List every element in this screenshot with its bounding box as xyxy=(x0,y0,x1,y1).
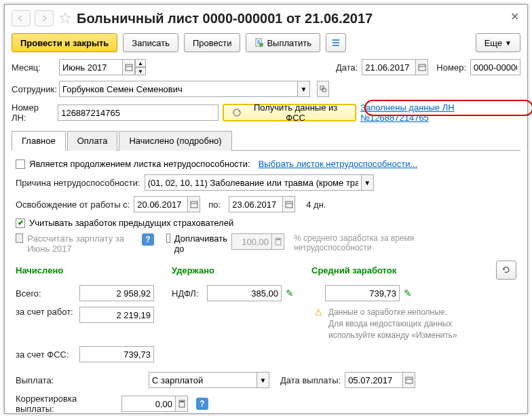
calendar-icon xyxy=(405,376,413,384)
employee-input[interactable] xyxy=(59,81,298,97)
calendar-icon xyxy=(285,200,293,208)
number-label: Номер: xyxy=(436,62,466,73)
release-from-calendar-button[interactable] xyxy=(188,196,200,212)
tab-main[interactable]: Главное xyxy=(12,131,66,151)
accrued-header: Начислено xyxy=(16,265,168,276)
to-label: по: xyxy=(208,200,221,210)
reason-input[interactable] xyxy=(145,174,362,191)
svg-rect-7 xyxy=(191,202,197,208)
withheld-header: Удержано xyxy=(172,265,307,276)
total-label: Всего: xyxy=(16,288,75,299)
release-to-calendar-button[interactable] xyxy=(283,196,295,212)
payout-date-calendar-button[interactable] xyxy=(403,372,415,388)
ln-label: Номер ЛН: xyxy=(12,102,54,123)
get-fss-data-button[interactable]: Получить данные из ФСС xyxy=(223,104,356,121)
avg-input[interactable] xyxy=(325,285,400,301)
svg-rect-10 xyxy=(276,239,280,240)
svg-rect-8 xyxy=(286,202,292,208)
payout-label: Выплата: xyxy=(16,375,145,385)
save-button[interactable]: Записать xyxy=(123,33,178,52)
arrow-right-icon xyxy=(40,15,48,22)
calendar-icon xyxy=(125,63,133,71)
help-button[interactable]: ? xyxy=(142,233,154,246)
svg-rect-13 xyxy=(180,401,184,402)
document-icon xyxy=(254,38,264,48)
payout-date-input[interactable] xyxy=(345,372,403,388)
ndfl-label: НДФЛ: xyxy=(172,288,203,299)
payout-input[interactable] xyxy=(149,372,257,388)
fss-cost-input[interactable] xyxy=(79,346,154,362)
list-button[interactable] xyxy=(326,33,346,52)
days-text: 4 дн. xyxy=(306,200,326,210)
warning-text: Данные о заработке неполные. Для ввода н… xyxy=(328,307,457,341)
arrow-left-icon xyxy=(17,15,25,22)
open-icon xyxy=(320,86,326,92)
pick-sheet-link[interactable]: Выбрать листок нетрудоспособности... xyxy=(259,159,418,169)
consider-prev-checkbox[interactable]: ✔ Учитывать заработок предыдущих страхов… xyxy=(16,218,233,228)
employer-label: за счет работ: xyxy=(16,307,75,317)
calculator-icon xyxy=(178,400,185,408)
employee-label: Сотрудник: xyxy=(12,84,55,94)
close-button[interactable]: ✕ xyxy=(510,10,519,23)
date-calendar-button[interactable] xyxy=(416,59,428,75)
warning-icon: ⚠ xyxy=(314,307,323,318)
payout-dropdown-button[interactable]: ▼ xyxy=(257,372,269,388)
window-title: Больничный лист 0000-000001 от 21.06.201… xyxy=(77,11,520,26)
fss-cost-label: за счет ФСС: xyxy=(16,349,75,360)
svg-rect-2 xyxy=(126,64,132,71)
month-calendar-button[interactable] xyxy=(123,59,135,75)
ndfl-edit-button[interactable]: ✎ xyxy=(286,288,294,299)
employer-input[interactable] xyxy=(79,307,154,323)
month-up-button[interactable]: ▲ xyxy=(135,59,146,67)
svg-rect-11 xyxy=(406,377,413,383)
svg-point-1 xyxy=(259,43,263,47)
release-from-label: Освобождение от работы с: xyxy=(16,200,130,210)
correction-calc-button[interactable] xyxy=(176,396,188,412)
reason-dropdown-button[interactable]: ▼ xyxy=(362,174,374,191)
correction-help-button[interactable]: ? xyxy=(196,398,208,410)
tab-detailed[interactable]: Начислено (подробно) xyxy=(119,131,231,151)
calc-salary-checkbox: Рассчитать зарплату за Июнь 2017 xyxy=(16,233,138,254)
nav-back-button[interactable] xyxy=(12,10,31,26)
list-icon xyxy=(331,38,341,48)
calculator-icon xyxy=(275,238,282,246)
favorite-star-icon[interactable] xyxy=(58,11,73,26)
date-label: Дата: xyxy=(336,62,358,73)
number-input[interactable] xyxy=(470,59,520,75)
avg-edit-button[interactable]: ✎ xyxy=(404,288,412,299)
continuation-checkbox[interactable]: Является продолжением листка нетрудоспос… xyxy=(16,159,250,169)
payout-date-label: Дата выплаты: xyxy=(280,375,341,385)
refresh-icon xyxy=(232,108,242,117)
month-label: Месяц: xyxy=(12,62,55,73)
ndfl-input[interactable] xyxy=(207,285,282,301)
submit-button[interactable]: Провести xyxy=(184,33,241,52)
release-from-input[interactable] xyxy=(134,196,188,212)
employee-open-button[interactable] xyxy=(317,81,329,97)
correction-input[interactable] xyxy=(121,396,176,412)
employee-dropdown-button[interactable]: ▼ xyxy=(298,81,310,97)
nav-forward-button[interactable] xyxy=(35,10,54,26)
calendar-icon xyxy=(418,63,426,71)
refresh-icon xyxy=(501,265,511,275)
pay-extra-calc-button xyxy=(272,233,284,250)
tab-payment[interactable]: Оплата xyxy=(67,131,118,151)
pay-extra-checkbox[interactable]: Доплачивать до xyxy=(166,233,227,254)
date-input[interactable] xyxy=(362,59,416,75)
calendar-icon xyxy=(190,200,198,208)
pct-text: % среднего заработка за время нетрудоспо… xyxy=(294,233,436,252)
pay-extra-input xyxy=(231,233,272,250)
submit-and-close-button[interactable]: Провести и закрыть xyxy=(12,33,117,52)
total-input[interactable] xyxy=(79,285,154,301)
month-input[interactable] xyxy=(59,59,123,75)
avg-header: Средний заработок xyxy=(311,265,434,276)
ln-data-link[interactable]: Заполнены данные ЛН №126887214765 xyxy=(360,102,520,123)
reason-label: Причина нетрудоспособности: xyxy=(16,178,140,188)
release-to-input[interactable] xyxy=(229,196,283,212)
pay-button[interactable]: Выплатить xyxy=(246,33,320,52)
correction-label: Корректировка выплаты: xyxy=(16,394,117,414)
svg-rect-3 xyxy=(419,64,425,71)
more-button[interactable]: Еще ▼ xyxy=(476,33,520,52)
ln-number-input[interactable] xyxy=(58,104,218,121)
refresh-button[interactable] xyxy=(496,261,516,280)
month-down-button[interactable]: ▼ xyxy=(135,67,146,75)
